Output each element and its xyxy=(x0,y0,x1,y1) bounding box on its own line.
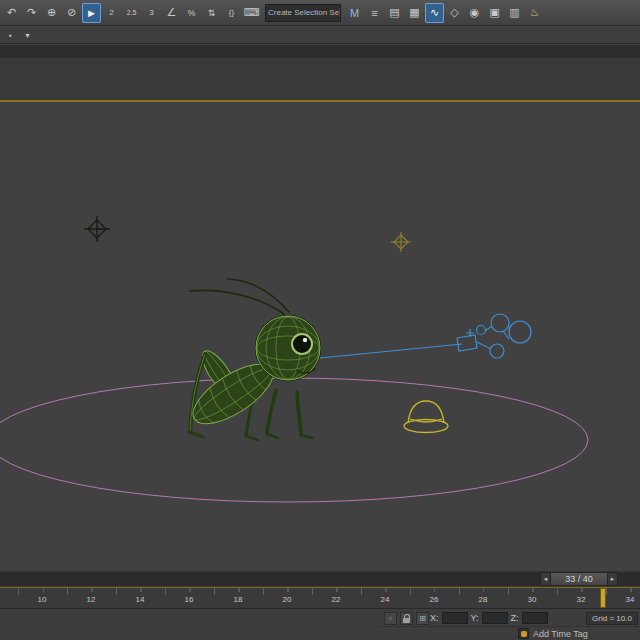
frame-number: 14 xyxy=(136,595,145,604)
y-label: Y: xyxy=(471,613,479,623)
next-frame-button[interactable]: ► xyxy=(607,572,618,586)
frame-number: 28 xyxy=(479,595,488,604)
grasshopper-model[interactable] xyxy=(184,279,321,440)
absolute-mode-icon[interactable]: ⊞ xyxy=(416,612,429,625)
dark-divider-strip xyxy=(0,45,640,58)
lock-icon xyxy=(403,618,410,623)
current-frame-display[interactable]: 33 / 40 xyxy=(551,572,607,586)
status-icons: ▫ ⊞ xyxy=(384,612,429,625)
snap-2d-icon[interactable]: 2 xyxy=(102,3,121,23)
status-row-divider xyxy=(380,626,640,627)
frame-number: 10 xyxy=(38,595,47,604)
selection-lock-button[interactable] xyxy=(400,612,413,625)
redo-icon[interactable]: ↷ xyxy=(22,3,41,23)
y-coordinate-field[interactable] xyxy=(482,612,508,624)
selection-set-value: Create Selection Se xyxy=(268,8,339,17)
frame-number: 32 xyxy=(577,595,586,604)
mini-toolbar-icon[interactable]: ▪ xyxy=(3,29,18,42)
keyboard-override-icon[interactable]: ⌨ xyxy=(242,3,261,23)
main-toolbar: ↶↷⊕⊘►22.53∠%⇅{}⌨ Create Selection Se ▾ M… xyxy=(0,0,640,26)
schematic-view-icon[interactable]: ◇ xyxy=(445,3,464,23)
x-label: X: xyxy=(430,613,439,623)
toolbar-icons-left: ↶↷⊕⊘►22.53∠%⇅{}⌨ xyxy=(2,3,261,23)
align-icon[interactable]: ≡ xyxy=(365,3,384,23)
layer-manager-icon[interactable]: ▤ xyxy=(385,3,404,23)
hat-object[interactable] xyxy=(404,401,448,433)
secondary-toolbar: ▪▾ xyxy=(0,27,640,44)
named-selection-sets-icon[interactable]: {} xyxy=(222,3,241,23)
previous-frame-button[interactable]: ◄ xyxy=(540,572,551,586)
frame-number: 22 xyxy=(332,595,341,604)
bone-rig[interactable] xyxy=(320,314,531,358)
x-coordinate-field[interactable] xyxy=(442,612,468,624)
render-production-icon[interactable]: ♨ xyxy=(525,3,544,23)
snap-3d-icon[interactable]: 3 xyxy=(142,3,161,23)
undo-icon[interactable]: ↶ xyxy=(2,3,21,23)
upper-viewport-strip xyxy=(0,58,640,100)
perspective-viewport[interactable] xyxy=(0,100,640,571)
tag-dot-icon xyxy=(521,631,527,637)
percent-snap-icon[interactable]: % xyxy=(182,3,201,23)
current-frame-marker[interactable] xyxy=(600,588,606,608)
time-slider-handle[interactable]: ◄ 33 / 40 ► xyxy=(540,572,618,586)
add-time-tag[interactable]: Add Time Tag xyxy=(518,628,588,639)
frame-number: 12 xyxy=(87,595,96,604)
point-helper-dark-icon[interactable] xyxy=(84,216,110,242)
grasshopper-eye xyxy=(292,334,312,354)
viewport-canvas xyxy=(0,102,640,571)
z-label: Z: xyxy=(511,613,519,623)
snap-25d-icon[interactable]: 2.5 xyxy=(122,3,141,23)
time-slider-row: ◄ 33 / 40 ► xyxy=(0,571,640,587)
trackbar-ruler: 10121416182022242628303234 xyxy=(0,588,640,608)
graphite-modeling-icon[interactable]: ▦ xyxy=(405,3,424,23)
frame-number: 16 xyxy=(185,595,194,604)
selection-set-dropdown[interactable]: Create Selection Se ▾ xyxy=(265,4,341,22)
spinner-snap-icon[interactable]: ⇅ xyxy=(202,3,221,23)
render-setup-icon[interactable]: ▣ xyxy=(485,3,504,23)
frame-number: 18 xyxy=(234,595,243,604)
track-bar[interactable]: 10121416182022242628303234 xyxy=(0,587,640,608)
frame-number: 20 xyxy=(283,595,292,604)
grid-size-display: Grid = 10.0 xyxy=(586,612,638,625)
frame-number: 30 xyxy=(528,595,537,604)
z-coordinate-field[interactable] xyxy=(522,612,548,624)
coordinate-display: X: Y: Z: xyxy=(430,612,548,624)
frame-number: 26 xyxy=(430,595,439,604)
rendered-frame-icon[interactable]: ▥ xyxy=(505,3,524,23)
select-object-icon[interactable]: ► xyxy=(82,3,101,23)
mini-dropdown-icon[interactable]: ▾ xyxy=(20,29,35,42)
select-link-icon[interactable]: ⊕ xyxy=(42,3,61,23)
curve-editor-icon[interactable]: ∿ xyxy=(425,3,444,23)
frame-number: 24 xyxy=(381,595,390,604)
point-helper-yellow-icon[interactable] xyxy=(391,232,411,252)
unlink-selection-icon[interactable]: ⊘ xyxy=(62,3,81,23)
material-editor-icon[interactable]: ◉ xyxy=(465,3,484,23)
add-time-tag-label: Add Time Tag xyxy=(533,629,588,639)
circle-spline[interactable] xyxy=(0,378,588,502)
angle-snap-icon[interactable]: ∠ xyxy=(162,3,181,23)
chevron-down-icon[interactable]: ▾ xyxy=(339,8,341,17)
time-tag-icon xyxy=(518,628,529,639)
toolbar2-icons: ▪▾ xyxy=(3,29,35,42)
prompt-icon[interactable]: ▫ xyxy=(384,612,397,625)
mirror-icon[interactable]: M xyxy=(345,3,364,23)
toolbar-icons-right: M≡▤▦∿◇◉▣▥♨ xyxy=(345,3,544,23)
frame-number: 34 xyxy=(626,595,635,604)
status-bar: ▫ ⊞ X: Y: Z: Grid = 10.0 Add Time Tag xyxy=(0,608,640,640)
